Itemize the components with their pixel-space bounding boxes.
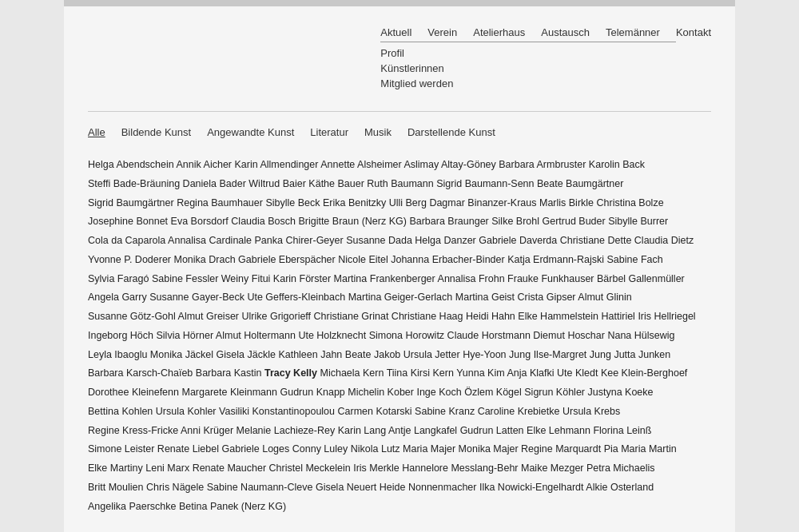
artist-name[interactable]: Caroline Krebietke	[478, 406, 560, 417]
artist-name[interactable]: Betina Panek (Nerz KG)	[179, 501, 286, 512]
artist-name[interactable]: Iris Merkle	[353, 463, 400, 474]
artist-name[interactable]: Christina Bolze	[597, 197, 664, 208]
artist-name[interactable]: Almut Glinin	[578, 292, 631, 303]
artist-name[interactable]: Johanna Erbacher-Binder	[391, 254, 504, 265]
artist-name[interactable]: Almut Holtermann	[216, 330, 296, 341]
artist-name[interactable]: Tiina Kirsi Kern	[387, 367, 454, 379]
artist-name[interactable]: Ingeborg Höch	[88, 330, 153, 341]
artist-name[interactable]: Käthe Bauer	[308, 178, 364, 189]
artist-name[interactable]: Monika Majer	[459, 443, 519, 455]
filter-bildende[interactable]: Bildende Kunst	[121, 126, 191, 138]
artist-name[interactable]: Nikola Lutz	[351, 443, 400, 455]
artist-name[interactable]: Barbara Karsch-Chaïeb	[88, 367, 193, 379]
artist-name[interactable]: Anni Krüger	[181, 425, 233, 436]
artist-name[interactable]: Gabriele Daverda	[479, 235, 557, 246]
nav-atelierhaus[interactable]: Atelierhaus	[473, 26, 525, 38]
artist-name[interactable]: Annette Alsheimer	[320, 159, 401, 170]
artist-name[interactable]: Weiny Fitui	[221, 273, 271, 284]
artist-name[interactable]: Christiane Grinat	[314, 311, 389, 322]
artist-name[interactable]: Claudia Dietz	[634, 235, 694, 246]
artist-name[interactable]: Sabine Fessler	[152, 273, 218, 284]
artist-name[interactable]: Inge Koch	[416, 387, 461, 398]
artist-name[interactable]: Jutta Junken	[614, 349, 670, 360]
artist-name[interactable]: Petra Michaelis	[586, 463, 654, 474]
artist-name[interactable]: Katja Erdmann-Rajski	[507, 254, 604, 265]
artist-name[interactable]: Monika Jäckel	[150, 349, 213, 360]
nav-aktuell[interactable]: Aktuell	[380, 26, 411, 38]
artist-name[interactable]: Gertrud Buder	[542, 216, 605, 227]
artist-name[interactable]: Crista Gipser	[518, 292, 576, 303]
artist-name[interactable]: Ursula Kohler	[156, 406, 217, 417]
artist-name[interactable]: Nicole Eitel	[338, 254, 388, 265]
artist-name[interactable]: Susanne Gayer-Beck	[149, 292, 244, 303]
artist-name[interactable]: Regina Baumhauer	[177, 197, 263, 208]
artist-name[interactable]: Barbara Kastin	[196, 367, 262, 379]
artist-name[interactable]: Claude Horstmann	[447, 330, 531, 341]
artist-name[interactable]: Helga Abendschein	[88, 159, 174, 170]
artist-name[interactable]: Alkie Osterland	[586, 482, 654, 493]
artist-name[interactable]: Sabine Fach	[607, 254, 663, 265]
artist-name[interactable]: Melanie Lachieze-Rey	[237, 425, 336, 436]
nav-kontakt[interactable]: Kontakt	[676, 26, 711, 38]
artist-name[interactable]: Silvia Hörner	[157, 330, 214, 341]
artist-name[interactable]: Sigrid Baumgärtner	[88, 197, 174, 208]
artist-name[interactable]: Regine Marquardt	[521, 443, 601, 455]
artist-name[interactable]: Erika Benitzky	[323, 197, 386, 208]
artist-name[interactable]: Kathleen Jahn	[278, 349, 342, 360]
artist-name[interactable]: Angelika Paerschke	[88, 501, 176, 512]
artist-name[interactable]: Christel Meckelein	[269, 463, 351, 474]
artist-name[interactable]: Elke Hammelstein	[518, 311, 598, 322]
artist-name[interactable]: Leyla Ibaoglu	[88, 349, 147, 360]
nav-profil[interactable]: Profil	[380, 46, 676, 61]
artist-name[interactable]: Christiane Haag	[392, 311, 463, 322]
artist-name[interactable]: Marlis Birkle	[539, 197, 594, 208]
artist-name[interactable]: Ute Kledt	[557, 367, 598, 379]
artist-name[interactable]: Cola da Caparola	[88, 235, 165, 246]
artist-name[interactable]: Frauke Funkhauser	[507, 273, 594, 284]
nav-austausch[interactable]: Austausch	[541, 26, 590, 38]
artist-name[interactable]: Renate Maucher	[193, 463, 266, 474]
artist-name[interactable]: Antje Langkafel	[388, 425, 457, 436]
artist-name[interactable]: Ulli Berg	[389, 197, 427, 208]
artist-name[interactable]: Margarete Kleinmann	[181, 387, 277, 398]
artist-name[interactable]: Wiltrud Baier	[248, 178, 306, 189]
artist-name[interactable]: Yunna Kim	[456, 367, 504, 379]
artist-name[interactable]: Gudrun Latten	[460, 425, 524, 436]
artist-name[interactable]: Martina Geist	[455, 292, 515, 303]
artist-name[interactable]: Sabine Naumann-Cleve	[207, 482, 313, 493]
artist-name[interactable]: Hye-Yoon Jung	[463, 349, 531, 360]
artist-name[interactable]: Elke Martiny	[88, 463, 143, 474]
artist-name[interactable]: Annalisa Frohn	[438, 273, 505, 284]
artist-name[interactable]: Simone Leister	[88, 443, 154, 455]
artist-name[interactable]: Susanne Dada	[346, 235, 412, 246]
filter-alle[interactable]: Alle	[88, 126, 105, 138]
artist-name[interactable]: Sylvia Faragó	[88, 273, 149, 284]
artist-name[interactable]: Hattiriel	[602, 311, 635, 322]
artist-name[interactable]: Hannelore Messlang-Behr	[402, 463, 518, 474]
artist-name[interactable]: Conny Luley	[292, 443, 348, 455]
artist-name[interactable]: Claudia Bosch	[231, 216, 296, 227]
artist-name[interactable]: Monika Drach	[174, 254, 236, 265]
artist-name[interactable]: Elke Lehmann	[527, 425, 590, 436]
artist-name[interactable]: Gabriele Loges	[222, 443, 290, 455]
artist-name[interactable]: Gudrun Knapp	[280, 387, 344, 398]
artist-name[interactable]: Florina Leinß	[593, 425, 651, 436]
artist-name[interactable]: Brigitte Braun (Nerz KG)	[298, 216, 406, 227]
artist-name[interactable]: Sibylle Beck	[265, 197, 320, 208]
artist-name[interactable]: Karin Förster	[273, 273, 331, 284]
artist-name[interactable]: Ulrike Grigorieff	[241, 311, 311, 322]
artist-name[interactable]: Christiane Dette	[560, 235, 632, 246]
artist-name[interactable]: Susanne Götz-Gohl	[88, 311, 176, 322]
artist-name[interactable]: Sibylle Burrer	[608, 216, 668, 227]
artist-name[interactable]: Heidi Hahn	[466, 311, 515, 322]
artist-name[interactable]: Michelin Kober	[348, 387, 414, 398]
nav-mitglied[interactable]: Mitglied werden	[380, 76, 676, 91]
artist-name[interactable]: Barbara Armbruster	[499, 159, 586, 170]
artist-name[interactable]: Gabriele Eberspächer	[238, 254, 336, 265]
artist-name[interactable]: Ursula Krebs	[562, 406, 620, 417]
artist-name[interactable]: Beate Jakob	[345, 349, 401, 360]
artist-name[interactable]: Eva Borsdorf	[171, 216, 229, 227]
artist-name[interactable]: Tracy Kelly	[264, 367, 317, 379]
artist-name[interactable]: Barbara Braunger	[409, 216, 488, 227]
filter-angewandte[interactable]: Angewandte Kunst	[207, 126, 294, 138]
